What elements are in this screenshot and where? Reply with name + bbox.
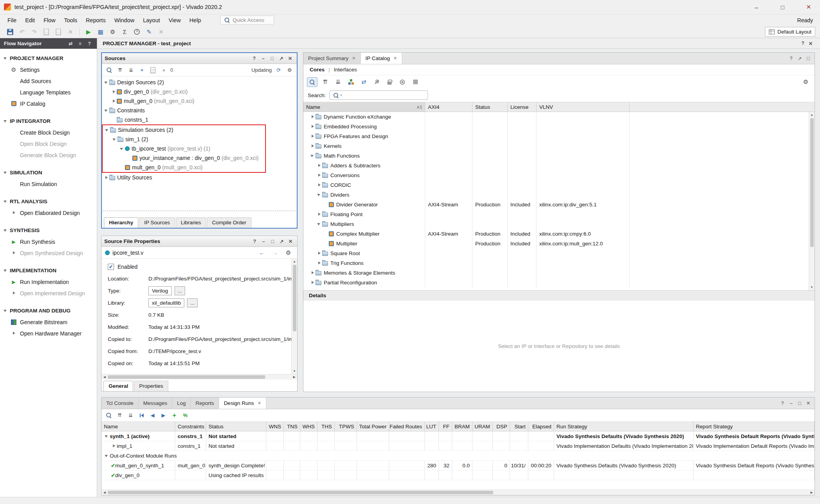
ellipsis-button[interactable]: … — [187, 298, 198, 307]
undo-button[interactable]: ↶ — [17, 27, 27, 37]
ip-tree-row-trig-functions[interactable]: Trig Functions — [303, 258, 815, 268]
close-icon[interactable]: ✕ — [286, 55, 294, 62]
flow-item-ip-catalog[interactable]: IP Catalog — [0, 98, 97, 109]
close-icon[interactable]: ✕ — [804, 399, 812, 407]
help-icon[interactable]: ? — [799, 39, 807, 47]
flow-item-open-hardware-manager[interactable]: Open Hardware Manager — [0, 328, 97, 339]
details-toggle-button[interactable] — [410, 77, 421, 87]
column-header-wns[interactable]: WNS — [266, 422, 284, 431]
source-tree-item-mult-gen-0[interactable]: mult_gen_0(mult_gen_0.xci) — [102, 96, 297, 106]
flow-section-header-project-manager[interactable]: PROJECT MANAGER — [0, 53, 97, 64]
expander-icon[interactable] — [119, 146, 125, 152]
column-header-name[interactable]: Name∧1 — [303, 102, 425, 112]
sources-tab-hierarchy[interactable]: Hierarchy — [104, 217, 138, 228]
cancel-button[interactable]: ✕ — [156, 27, 166, 37]
scroll-up-icon[interactable]: ▲ — [292, 259, 298, 264]
forward-button[interactable]: → — [270, 248, 280, 257]
scroll-right-icon[interactable]: ▶ — [291, 374, 297, 380]
scroll-left-icon[interactable]: ◀ — [102, 490, 107, 495]
expand-all-button[interactable]: ⇊ — [126, 411, 135, 420]
redo-button[interactable]: ↷ — [29, 27, 39, 37]
column-header-whs[interactable]: WHS — [300, 422, 317, 431]
source-tree-item-mult-gen-0[interactable]: mult_gen_0(mult_gen_0.xci) — [103, 163, 265, 172]
expander-icon[interactable] — [310, 124, 316, 130]
flow-item-generate-bitstream[interactable]: Generate Bitstream — [0, 316, 97, 328]
delete-button[interactable]: ✕ — [65, 27, 76, 37]
expander-icon[interactable] — [103, 80, 109, 85]
tab-project-summary[interactable]: Project Summary✕ — [303, 53, 361, 64]
enabled-checkbox[interactable]: ✔ — [108, 264, 114, 270]
column-header-dsp[interactable]: DSP — [493, 422, 510, 431]
properties-panel-header[interactable]: Source File Properties ? – □ ↗ ✕ — [102, 236, 297, 247]
close-tab-icon[interactable]: ✕ — [352, 56, 356, 61]
layout-selector[interactable]: Default Layout — [765, 27, 815, 37]
column-header-license[interactable]: License — [508, 102, 537, 112]
flow-section-header-rtl-analysis[interactable]: RTL ANALYSIS — [0, 196, 97, 207]
expand-all-button[interactable]: ⇊ — [126, 66, 136, 75]
ip-tree-row-memories-storage-elements[interactable]: Memories & Storage Elements — [303, 268, 815, 278]
help-icon[interactable]: ? — [251, 238, 258, 245]
expander-icon[interactable] — [111, 89, 117, 95]
ip-tree-row-multiplier[interactable]: MultiplierProductionIncludedxilinx.com:i… — [303, 239, 815, 248]
ip-tree-row-fpga-features-and-design[interactable]: FPGA Features and Design — [303, 131, 815, 141]
ip-tree-row-kernels[interactable]: Kernels — [303, 141, 815, 151]
collapse-all-button[interactable]: ⇈ — [115, 66, 125, 75]
source-tree-item-constraints[interactable]: Constraints — [102, 106, 297, 115]
dock-icon[interactable]: ⇄ — [67, 41, 74, 46]
expander-icon[interactable] — [316, 221, 322, 227]
menu-item-view[interactable]: View — [164, 16, 185, 25]
run-button[interactable]: ▶ — [83, 27, 94, 37]
ip-tree-row-multipliers[interactable]: Multipliers — [303, 219, 815, 229]
column-header-tpws[interactable]: TPWS — [335, 422, 357, 431]
ip-tree-row-dividers[interactable]: Dividers — [303, 190, 815, 200]
maximize-button[interactable]: □ — [771, 0, 794, 14]
expand-all-button[interactable]: ⇊ — [333, 77, 343, 87]
paste-button[interactable] — [53, 27, 64, 37]
expander-icon[interactable] — [310, 270, 316, 276]
source-tree-item-tb-ipcore-test[interactable]: tb_ipcore_test(ipcore_test.v) (1) — [103, 144, 265, 153]
settings-button[interactable]: ⚙ — [107, 27, 118, 37]
ip-tree-row-embedded-processing[interactable]: Embedded Processing — [303, 122, 815, 131]
search-button[interactable] — [104, 66, 114, 75]
add-sources-button[interactable]: + — [137, 66, 147, 75]
maximize-icon[interactable]: □ — [269, 238, 276, 245]
column-header-name[interactable]: Name — [102, 422, 175, 431]
ip-tree-row-dynamic-function-exchange[interactable]: Dynamic Function eXchange — [303, 112, 815, 122]
scroll-thumb[interactable] — [293, 265, 296, 331]
search-button[interactable] — [104, 411, 114, 420]
source-tree-item-your-instance-name-div-gen-0[interactable]: your_instance_name : div_gen_0(div_gen_0… — [103, 153, 265, 163]
expander-icon[interactable] — [310, 280, 316, 286]
help-icon[interactable]: ? — [787, 55, 795, 62]
sources-tab-ip-sources[interactable]: IP Sources — [139, 217, 175, 228]
report-button[interactable]: Σ — [119, 27, 130, 37]
sources-tab-libraries[interactable]: Libraries — [176, 217, 206, 228]
expander-icon[interactable] — [316, 250, 322, 256]
close-tab-icon[interactable]: ✕ — [394, 56, 397, 61]
design-run-row-div-gen-0[interactable]: ✔div_gen_0Using cached IP results — [102, 470, 815, 480]
menu-item-reports[interactable]: Reports — [82, 16, 110, 25]
column-header-run-strategy[interactable]: Run Strategy — [554, 422, 693, 431]
ip-tree-row-conversions[interactable]: Conversions — [303, 170, 815, 180]
column-header-vlnv[interactable]: VLNV — [537, 102, 629, 112]
horizontal-scrollbar[interactable]: ◀ ▶ — [102, 374, 297, 380]
sources-tab-compile-order[interactable]: Compile Order — [207, 217, 251, 228]
ip-tree-row-adders-subtracters[interactable]: Adders & Subtracters — [303, 161, 815, 170]
flow-item-run-simulation[interactable]: Run Simulation — [0, 178, 97, 190]
settings-button[interactable]: ⚙ — [283, 248, 294, 257]
minimize-icon[interactable]: – — [259, 55, 267, 62]
float-icon[interactable]: ↗ — [278, 238, 285, 245]
flow-section-header-synthesis[interactable]: SYNTHESIS — [0, 225, 97, 236]
scroll-right-icon[interactable]: ▶ — [809, 490, 815, 495]
expander-icon[interactable] — [316, 211, 322, 217]
breadcrumb-cores[interactable]: Cores — [310, 67, 324, 73]
flow-section-header-ip-integrator[interactable]: IP INTEGRATOR — [0, 115, 97, 127]
collapse-all-button[interactable]: ⇈ — [320, 77, 330, 87]
launch-runs-button[interactable]: ▶ — [159, 411, 168, 420]
ip-tree-row-square-root[interactable]: Square Root — [303, 248, 815, 258]
flow-item-create-block-design[interactable]: Create Block Design — [0, 127, 97, 138]
search-button[interactable] — [307, 77, 317, 87]
flow-item-add-sources[interactable]: Add Sources — [0, 75, 97, 87]
sources-panel-header[interactable]: Sources ? – □ ↗ ✕ — [102, 53, 297, 64]
column-header-status[interactable]: Status — [206, 422, 266, 431]
scroll-thumb[interactable] — [810, 118, 814, 247]
